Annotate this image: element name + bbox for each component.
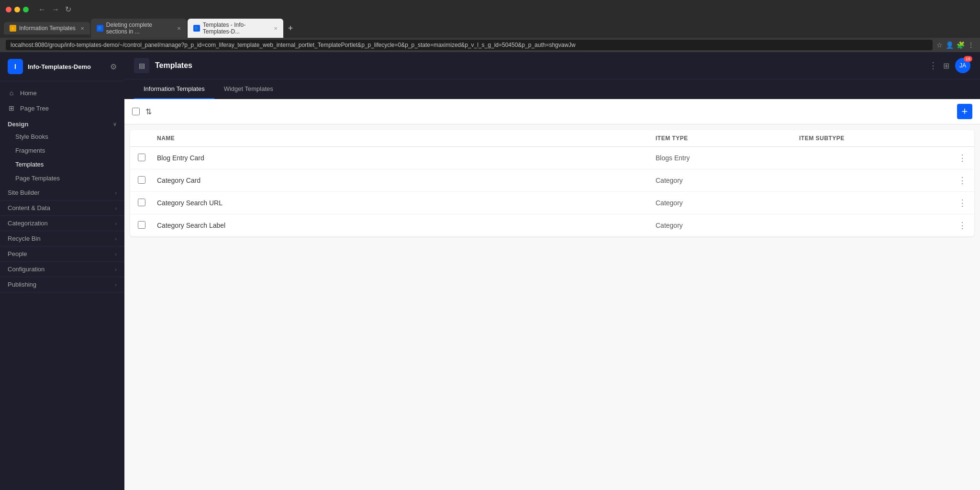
sidebar-item-home[interactable]: ⌂ Home (0, 85, 124, 100)
data-table: Name Item Type Item Subtype Blog Entry C… (130, 130, 974, 236)
tab-close-3[interactable]: ✕ (274, 26, 278, 31)
content-tabs: Information Templates Widget Templates (124, 79, 980, 99)
extensions-icon[interactable]: 🧩 (957, 41, 965, 49)
header-item-subtype: Item Subtype (799, 135, 943, 142)
site-builder-chevron-icon: › (115, 190, 117, 196)
categorization-label: Categorization (8, 220, 115, 227)
categorization-header[interactable]: Categorization › (0, 216, 124, 231)
row-1-checkbox[interactable] (138, 154, 145, 161)
configuration-header[interactable]: Configuration › (0, 262, 124, 277)
publishing-header[interactable]: Publishing › (0, 277, 124, 292)
select-all-checkbox[interactable] (132, 108, 140, 115)
sort-button[interactable]: ⇅ (144, 105, 154, 118)
categorization-section: Categorization › (0, 216, 124, 231)
people-label: People (8, 250, 115, 257)
browser-tab-3-label: Templates - Info-Templates-D... (203, 22, 269, 35)
content-toolbar: ⇅ + (124, 99, 980, 124)
row-4-name: Category Search Label (157, 222, 656, 229)
close-window-button[interactable] (6, 7, 11, 12)
notification-badge: 16 (964, 56, 972, 62)
page-tree-icon: ⊞ (8, 104, 15, 112)
sidebar-settings-icon[interactable]: ⚙ (110, 62, 117, 71)
recycle-bin-header[interactable]: Recycle Bin › (0, 231, 124, 246)
row-2-actions[interactable]: ⋮ (943, 175, 967, 186)
site-builder-section: Site Builder › (0, 185, 124, 200)
browser-tab-3[interactable]: 🔵 Templates - Info-Templates-D... ✕ (188, 19, 283, 38)
sort-icon: ⇅ (145, 107, 152, 116)
sidebar-item-style-books[interactable]: Style Books (0, 130, 124, 144)
tab-favicon-1: i (10, 25, 16, 32)
browser-tab-1[interactable]: i Information Templates ✕ (4, 22, 90, 34)
row-3-name: Category Search URL (157, 199, 656, 207)
row-1-actions[interactable]: ⋮ (943, 153, 967, 163)
address-bar-icons: ☆ 👤 🧩 ⋮ (936, 41, 974, 49)
table-row: Category Search URL Category ⋮ (130, 192, 974, 214)
people-section: People › (0, 246, 124, 262)
table-row: Blog Entry Card Blogs Entry ⋮ (130, 147, 974, 169)
new-tab-button[interactable]: + (284, 22, 297, 35)
row-2-name: Category Card (157, 177, 656, 184)
sidebar-item-page-tree[interactable]: ⊞ Page Tree (0, 100, 124, 116)
row-4-actions[interactable]: ⋮ (943, 220, 967, 231)
site-builder-header[interactable]: Site Builder › (0, 185, 124, 200)
row-1-name: Blog Entry Card (157, 154, 656, 162)
bookmark-icon[interactable]: ☆ (936, 41, 943, 49)
recycle-bin-chevron-icon: › (115, 236, 117, 242)
tab-widget-templates[interactable]: Widget Templates (214, 79, 283, 99)
design-section-label: Design (8, 121, 28, 128)
recycle-bin-section: Recycle Bin › (0, 231, 124, 246)
sidebar-item-templates[interactable]: Templates (0, 157, 124, 171)
row-2-checkbox[interactable] (138, 176, 145, 184)
row-3-checkbox[interactable] (138, 199, 145, 206)
sidebar-item-fragments-label: Fragments (15, 147, 45, 154)
browser-tab-2[interactable]: 🔵 Deleting complete sections in ... ✕ (91, 19, 187, 38)
sidebar-item-style-books-label: Style Books (15, 133, 48, 140)
templates-icon: ▤ (139, 62, 145, 69)
design-section-header[interactable]: Design ∨ (8, 121, 117, 128)
portlet-options-icon[interactable]: ⋮ (929, 60, 937, 71)
row-1-checkbox-cell (138, 154, 157, 163)
tab-close-1[interactable]: ✕ (80, 26, 84, 31)
row-3-checkbox-cell (138, 199, 157, 208)
tab-favicon-2: 🔵 (97, 25, 103, 32)
tab-close-2[interactable]: ✕ (177, 26, 181, 31)
sidebar: I Info-Templates-Demo ⚙ ⌂ Home ⊞ Page Tr… (0, 52, 124, 490)
design-section: Design ∨ (0, 116, 124, 130)
row-3-actions[interactable]: ⋮ (943, 198, 967, 208)
header-actions (943, 135, 967, 142)
row-2-item-type: Category (656, 177, 799, 184)
site-builder-label: Site Builder (8, 189, 115, 196)
sidebar-item-page-templates[interactable]: Page Templates (0, 171, 124, 185)
add-button[interactable]: + (957, 104, 972, 119)
portlet-grid-icon[interactable]: ⊞ (943, 61, 949, 70)
row-4-item-type: Category (656, 222, 799, 229)
configuration-chevron-icon: › (115, 267, 117, 272)
design-chevron-icon: ∨ (113, 121, 117, 127)
site-logo: I (8, 59, 23, 74)
forward-button[interactable]: → (50, 4, 61, 15)
maximize-window-button[interactable] (23, 7, 29, 12)
profile-icon[interactable]: 👤 (946, 41, 954, 49)
portlet-actions: ⋮ ⊞ JA 16 (929, 58, 970, 73)
row-4-checkbox-cell (138, 221, 157, 230)
header-name: Name (157, 135, 656, 142)
add-icon: + (962, 105, 968, 118)
content-data-header[interactable]: Content & Data › (0, 200, 124, 215)
people-header[interactable]: People › (0, 246, 124, 261)
more-options-icon[interactable]: ⋮ (968, 41, 974, 49)
refresh-button[interactable]: ↻ (63, 4, 73, 15)
minimize-window-button[interactable] (14, 7, 20, 12)
publishing-section: Publishing › (0, 277, 124, 292)
address-bar: ☆ 👤 🧩 ⋮ (0, 38, 980, 52)
user-avatar[interactable]: JA 16 (955, 58, 970, 73)
sidebar-header: I Info-Templates-Demo ⚙ (0, 52, 124, 81)
site-name: Info-Templates-Demo (28, 63, 91, 70)
browser-window-controls (6, 7, 29, 12)
address-input[interactable] (6, 40, 933, 50)
sidebar-item-fragments[interactable]: Fragments (0, 144, 124, 157)
portlet-header: ▤ Templates ⋮ ⊞ JA 16 (124, 52, 980, 79)
back-button[interactable]: ← (36, 4, 48, 15)
row-4-checkbox[interactable] (138, 221, 145, 229)
content-data-section: Content & Data › (0, 200, 124, 216)
tab-information-templates[interactable]: Information Templates (134, 79, 214, 99)
